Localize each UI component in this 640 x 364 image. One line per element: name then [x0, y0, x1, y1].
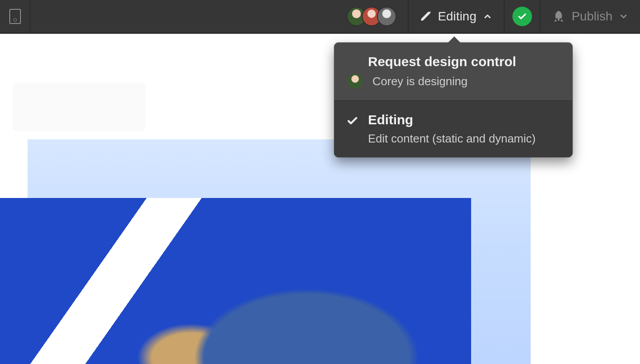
mode-dropdown: Request design control Corey is designin… [334, 43, 572, 157]
mode-switcher[interactable]: Editing [408, 0, 504, 33]
check-icon [517, 11, 528, 22]
mode-label: Editing [438, 9, 476, 24]
top-toolbar: Editing Publish [0, 0, 640, 34]
dropdown-item-subtitle-text: Corey is designing [372, 75, 468, 88]
pencil-icon [420, 11, 432, 22]
collaborator-avatars[interactable] [342, 0, 408, 33]
status-section [504, 0, 540, 33]
chevron-down-icon [619, 12, 628, 21]
avatar[interactable] [377, 7, 396, 26]
chevron-up-icon [483, 12, 492, 21]
device-preview-button[interactable] [0, 0, 30, 33]
dropdown-item-subtitle-text: Edit content (static and dynamic) [368, 132, 536, 146]
dropdown-item-subtitle: Edit content (static and dynamic) [368, 132, 559, 146]
dropdown-item-request-design-control[interactable]: Request design control Corey is designin… [334, 43, 572, 101]
publish-label: Publish [572, 9, 612, 24]
hero-image[interactable] [0, 198, 471, 364]
dropdown-item-title: Editing [368, 112, 559, 127]
dropdown-item-title: Request design control [368, 54, 559, 69]
avatar [348, 74, 363, 89]
dropdown-item-subtitle: Corey is designing [368, 74, 559, 89]
svg-point-0 [429, 12, 431, 13]
publish-button[interactable]: Publish [540, 0, 640, 33]
dropdown-item-editing[interactable]: Editing Edit content (static and dynamic… [334, 101, 572, 157]
check-icon [346, 114, 359, 129]
tablet-icon [9, 9, 21, 24]
status-badge-saved[interactable] [512, 7, 532, 26]
canvas-placeholder-block [12, 83, 146, 131]
rocket-icon [552, 10, 565, 23]
